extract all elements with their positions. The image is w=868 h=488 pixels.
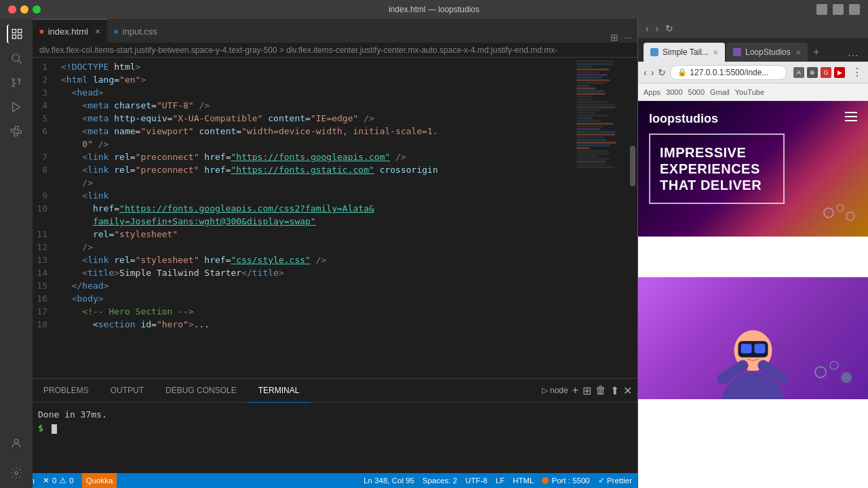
split-terminal-icon[interactable]: ⊞ <box>583 384 591 397</box>
address-forward-icon[interactable]: › <box>651 67 654 78</box>
debug-icon[interactable] <box>7 98 26 117</box>
terminal-prompt-line: $ <box>38 422 627 435</box>
spaces-indicator[interactable]: Spaces: 2 <box>422 476 457 485</box>
ext-icon-gmail[interactable]: G <box>821 67 831 78</box>
browser-forward-btn[interactable]: › <box>654 23 661 34</box>
svg-rect-27 <box>754 344 765 353</box>
code-line: 10 href="https://fonts.googleapis.com/cs… <box>33 202 574 215</box>
line-number: 9 <box>33 189 61 202</box>
source-control-icon[interactable] <box>7 73 26 92</box>
address-refresh-icon[interactable]: ↻ <box>658 67 666 78</box>
minimap-line <box>576 68 609 70</box>
eol-indicator[interactable]: LF <box>496 476 505 485</box>
encoding-text: UTF-8 <box>465 476 488 485</box>
browser-content: loopstudios IMPRESSIVE EXPERIENCES THAT … <box>638 101 868 488</box>
close-button[interactable] <box>8 5 16 14</box>
code-line: 4 <meta charset="UTF-8" /> <box>33 99 574 112</box>
browser-tab-simple-tail[interactable]: Simple Tail... ✕ <box>644 43 725 62</box>
tab-favicon-1 <box>650 48 658 56</box>
window-controls[interactable] <box>8 5 41 14</box>
ext-icon-2[interactable]: ⊕ <box>807 67 818 78</box>
titlebar-icon-2 <box>833 4 844 15</box>
settings-icon[interactable] <box>7 464 26 483</box>
bookmark-5000[interactable]: 5000 <box>688 88 705 96</box>
minimap-line <box>576 150 608 152</box>
editor-container: 1<!DOCTYPE html>2<html lang="en">3 <head… <box>0 58 637 378</box>
tab-index-html[interactable]: ■ index.html ✕ <box>33 19 107 43</box>
port-text: Port : 5500 <box>551 476 589 485</box>
maximize-button[interactable] <box>33 5 41 14</box>
browser-tab-close-2[interactable]: ✕ <box>795 49 801 56</box>
account-icon[interactable] <box>7 434 26 453</box>
bookmark-3000[interactable]: 3000 <box>666 88 682 96</box>
svg-point-7 <box>18 79 20 81</box>
more-actions-icon[interactable]: ··· <box>624 32 632 43</box>
code-editor[interactable]: 1<!DOCTYPE html>2<html lang="en">3 <head… <box>33 58 637 378</box>
scrollbar-track[interactable] <box>628 58 637 378</box>
preview-logo: loopstudios <box>649 112 718 126</box>
bookmark-gmail[interactable]: Gmail <box>710 88 730 96</box>
scrollbar-thumb[interactable] <box>630 146 635 186</box>
bottom-circles-svg <box>814 359 854 386</box>
line-number: 18 <box>33 318 61 331</box>
port-indicator[interactable]: Port : 5500 <box>542 476 589 485</box>
terminal-cursor <box>52 424 57 434</box>
minimap-line <box>576 109 601 111</box>
minimap-line <box>576 104 615 106</box>
panel-tab-debug[interactable]: DEBUG CONSOLE <box>155 379 248 403</box>
terminal-content[interactable]: Done in 37ms. $ <box>0 403 637 473</box>
code-line: 5 <meta http-equiv="X-UA-Compatible" con… <box>33 112 574 125</box>
address-input[interactable]: 🔒 127.0.0.1:5500/inde... <box>670 65 787 80</box>
browser-refresh-btn[interactable]: ↻ <box>663 23 675 34</box>
code-text: <!DOCTYPE html> <box>61 60 140 73</box>
code-text: <link rel="preconnect" href="https://fon… <box>61 163 438 176</box>
bookmark-youtube[interactable]: YouTube <box>735 88 764 96</box>
search-icon[interactable] <box>7 49 26 68</box>
quokka-status[interactable]: Quokka <box>82 473 117 488</box>
output-label: OUTPUT <box>111 386 144 395</box>
maximize-panel-icon[interactable]: ⬆ <box>610 384 619 397</box>
activity-bar <box>0 19 33 488</box>
minimap-line <box>576 163 606 165</box>
svg-rect-18 <box>845 120 857 121</box>
minimize-button[interactable] <box>20 5 28 14</box>
spaces-text: Spaces: 2 <box>422 476 457 485</box>
split-editor-icon[interactable]: ⊞ <box>610 32 618 43</box>
prettier-indicator[interactable]: ✓ Prettier <box>598 476 632 485</box>
language-indicator[interactable]: HTML <box>513 476 534 485</box>
add-terminal-icon[interactable]: + <box>572 384 578 396</box>
close-panel-icon[interactable]: ✕ <box>623 384 632 397</box>
explorer-icon[interactable] <box>7 24 26 43</box>
browser-tab-close-1[interactable]: ✕ <box>713 49 718 56</box>
svg-rect-2 <box>12 35 16 39</box>
svg-rect-17 <box>845 116 857 117</box>
panel-tab-terminal[interactable]: TERMINAL <box>248 379 311 403</box>
tab-close-index[interactable]: ✕ <box>95 28 100 35</box>
ext-icon-youtube[interactable]: ▶ <box>834 67 845 78</box>
browser-back-btn[interactable]: ‹ <box>644 23 651 34</box>
kill-terminal-icon[interactable]: 🗑 <box>595 384 606 396</box>
code-text: family=Josefin+Sans:wght@300&display=swa… <box>61 215 316 228</box>
tab-input-css[interactable]: ■ input.css <box>107 19 164 43</box>
extensions-icon[interactable] <box>7 122 26 141</box>
ext-icon-1[interactable]: A <box>793 67 804 78</box>
browser-tab-loopstudios[interactable]: LoopStudios ✕ <box>726 43 808 62</box>
code-line: 0" /> <box>33 138 574 150</box>
errors-count[interactable]: ✕ 0 ⚠ 0 <box>43 476 74 485</box>
warning-icon: ⚠ <box>59 476 66 485</box>
address-back-icon[interactable]: ‹ <box>644 67 647 78</box>
minimap-line <box>576 96 592 98</box>
browser-more-icon[interactable]: ⋯ <box>844 49 863 62</box>
line-number: 17 <box>33 305 61 318</box>
line-number: 10 <box>33 202 61 215</box>
panel-tab-output[interactable]: OUTPUT <box>100 379 155 403</box>
line-col[interactable]: Ln 348, Col 95 <box>363 476 414 485</box>
browser-menu-icon[interactable]: ⋮ <box>852 66 863 79</box>
new-tab-button[interactable]: + <box>809 43 823 62</box>
code-line: family=Josefin+Sans:wght@300&display=swa… <box>33 215 574 228</box>
code-line: 2<html lang="en"> <box>33 73 574 86</box>
encoding-indicator[interactable]: UTF-8 <box>465 476 488 485</box>
panel-tab-problems[interactable]: PROBLEMS <box>33 379 100 403</box>
bookmark-apps[interactable]: Apps <box>644 88 660 96</box>
svg-point-21 <box>846 212 854 220</box>
